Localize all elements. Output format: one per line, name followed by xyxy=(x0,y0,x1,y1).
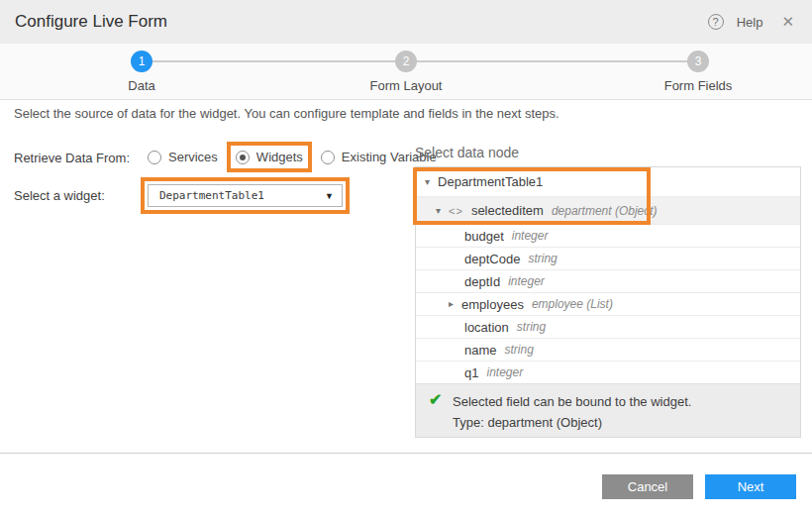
instruction-text: Select the source of data for the widget… xyxy=(14,106,559,121)
dialog-title: Configure Live Form xyxy=(15,12,167,32)
select-data-node-title: Select data node xyxy=(415,145,519,160)
tree-node-deptcode[interactable]: deptCode string xyxy=(416,247,800,269)
collapsed-arrow-icon[interactable]: ▸ xyxy=(449,299,454,309)
radio-existing-variable-icon xyxy=(321,151,335,164)
tree-node-deptid[interactable]: deptId integer xyxy=(416,269,800,292)
retrieve-data-from-label: Retrieve Data From: xyxy=(14,151,130,165)
dropdown-caret-icon: ▼ xyxy=(325,191,334,201)
tree-node-name[interactable]: name string xyxy=(416,338,800,361)
tree-node-label: q1 xyxy=(464,365,478,380)
help-link[interactable]: Help xyxy=(737,15,763,30)
success-check-icon: ✔ xyxy=(429,390,442,409)
tree-node-label: budget xyxy=(464,229,504,244)
tree-node-type: employee (List) xyxy=(532,297,613,311)
close-icon[interactable]: ✕ xyxy=(781,13,794,31)
tree-node-type: department (Object) xyxy=(552,204,658,218)
dialog-header: Configure Live Form ? Help ✕ xyxy=(0,0,812,44)
tree-node-label: employees xyxy=(461,297,524,312)
expanded-arrow-icon[interactable]: ▾ xyxy=(425,177,430,187)
tree-node-label: selecteditem xyxy=(471,203,544,218)
cancel-button[interactable]: Cancel xyxy=(602,474,693,499)
widget-dropdown[interactable]: DepartmentTable1 ▼ xyxy=(148,184,343,207)
tree-node-budget[interactable]: budget integer xyxy=(416,224,800,247)
tree-node-selecteditem[interactable]: ▾ <> selecteditem department (Object) xyxy=(416,196,800,224)
binding-status-line2: Type: department (Object) xyxy=(453,412,788,433)
configure-live-form-dialog: Configure Live Form ? Help ✕ 1 Data 2 Fo… xyxy=(0,0,812,517)
tree-node-label: name xyxy=(464,343,497,358)
step-data[interactable]: 1 Data xyxy=(92,51,191,93)
tree-node-label: deptId xyxy=(464,274,500,289)
radio-services[interactable]: Services xyxy=(141,142,225,172)
step-1-label: Data xyxy=(92,78,191,93)
tree-node-label: location xyxy=(464,320,509,335)
radio-services-icon xyxy=(148,151,161,164)
radio-services-label: Services xyxy=(168,150,218,164)
header-actions: ? Help ✕ xyxy=(708,13,794,31)
tree-node-root[interactable]: ▾ DepartmentTable1 xyxy=(416,167,800,196)
tree-root-label: DepartmentTable1 xyxy=(438,174,543,189)
tree-node-type: integer xyxy=(486,365,523,379)
next-button[interactable]: Next xyxy=(705,474,796,499)
step-3-label: Form Fields xyxy=(649,78,748,93)
tree-node-type: integer xyxy=(512,229,549,243)
tree-node-label: deptCode xyxy=(464,252,520,266)
widget-dropdown-value: DepartmentTable1 xyxy=(149,189,264,202)
step-2-label: Form Layout xyxy=(356,78,456,93)
widget-dropdown-highlight: DepartmentTable1 ▼ xyxy=(141,177,350,214)
radio-widgets[interactable]: Widgets xyxy=(227,142,312,172)
tree-node-type: string xyxy=(505,343,534,357)
tree-node-type: string xyxy=(517,320,546,334)
radio-widgets-icon xyxy=(236,151,250,164)
help-icon[interactable]: ? xyxy=(708,14,724,30)
step-2-circle: 2 xyxy=(395,51,417,72)
tree-node-type: integer xyxy=(508,274,545,288)
tree-node-employees[interactable]: ▸ employees employee (List) xyxy=(416,292,800,315)
select-widget-label: Select a widget: xyxy=(14,188,105,203)
step-1-circle: 1 xyxy=(131,51,152,72)
wizard-stepper: 1 Data 2 Form Layout 3 Form Fields xyxy=(0,44,812,100)
tree-node-q1[interactable]: q1 integer xyxy=(416,361,800,383)
binding-status-line1: Selected field can be bound to the widge… xyxy=(453,391,788,412)
binding-status-message: ✔ Selected field can be bound to the wid… xyxy=(416,383,800,437)
step-form-layout[interactable]: 2 Form Layout xyxy=(356,51,456,93)
data-source-radio-group: Services Widgets Existing Variable xyxy=(141,142,444,172)
data-node-tree: ▾ DepartmentTable1 ▾ <> selecteditem dep… xyxy=(415,166,801,438)
footer-divider xyxy=(0,453,812,454)
tree-node-type: string xyxy=(528,252,557,265)
step-3-circle: 3 xyxy=(687,51,709,72)
expanded-arrow-icon[interactable]: ▾ xyxy=(436,206,441,216)
code-icon: <> xyxy=(449,205,463,217)
radio-widgets-label: Widgets xyxy=(256,150,303,164)
tree-node-location[interactable]: location string xyxy=(416,315,800,338)
step-form-fields[interactable]: 3 Form Fields xyxy=(649,51,748,93)
